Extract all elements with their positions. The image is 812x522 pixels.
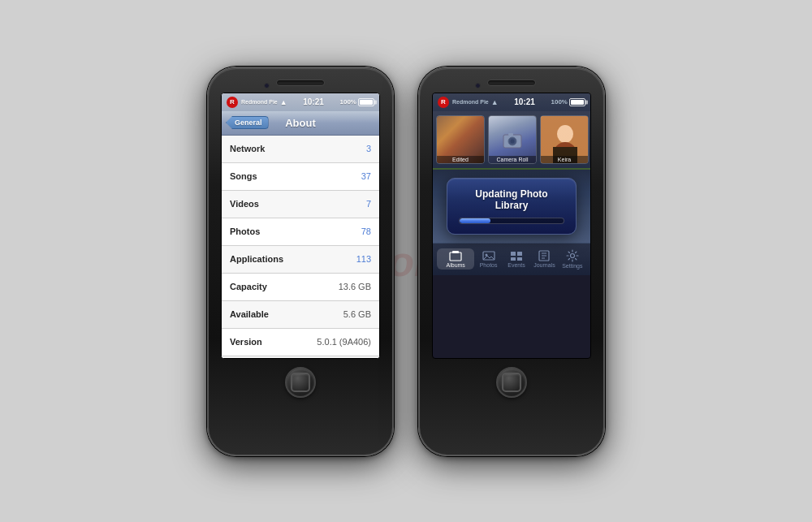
r-logo-right: R	[438, 97, 449, 108]
tab-albums[interactable]: Albums	[437, 248, 474, 270]
table-body-left: Network 3 Songs 37 Videos 7 Photos 78 Ap…	[222, 136, 379, 359]
carrier-label-left: Redmond Pie	[241, 99, 278, 105]
table-row[interactable]: Carrier Three 11.0	[222, 356, 379, 359]
screen-left: R Redmond Pie ▲ 10:21 100% General About…	[221, 93, 380, 359]
tab-label-albums: Albums	[447, 262, 465, 268]
time-right: 10:21	[514, 97, 535, 106]
albums-icon	[449, 250, 462, 261]
home-button-left[interactable]	[285, 367, 316, 398]
table-row[interactable]: Photos 78	[222, 218, 379, 246]
wifi-icon-right: ▲	[491, 98, 499, 106]
battery-left	[358, 98, 374, 106]
battery-right	[569, 98, 585, 106]
nav-bar-left: General About	[222, 111, 379, 136]
tab-label-photos: Photos	[480, 262, 498, 268]
row-value-capacity: 13.6 GB	[339, 282, 371, 291]
table-row[interactable]: Version 5.0.1 (9A406)	[222, 329, 379, 356]
home-button-inner-right	[502, 373, 521, 392]
status-right-right: 100%	[551, 98, 585, 106]
row-label-version: Version	[230, 337, 262, 347]
row-value-available: 5.6 GB	[343, 309, 371, 319]
home-button-right[interactable]	[496, 367, 527, 398]
status-bar-left: R Redmond Pie ▲ 10:21 100%	[222, 93, 379, 111]
iphone-right: R Redmond Pie ▲ 10:21 100% Edited	[418, 67, 605, 456]
album-thumb-camera-roll[interactable]: Camera Roll	[488, 115, 537, 164]
camera-left	[264, 83, 270, 88]
svg-point-5	[557, 125, 573, 143]
update-dialog: Updating Photo Library	[447, 178, 577, 235]
svg-rect-15	[517, 257, 522, 261]
svg-point-2	[511, 139, 515, 143]
camera-right	[475, 83, 481, 88]
table-row[interactable]: Songs 37	[222, 163, 379, 191]
album-label-edited: Edited	[437, 156, 484, 163]
tab-journals[interactable]: Journals	[530, 250, 558, 268]
photo-main-area: Updating Photo Library	[433, 170, 590, 243]
table-row[interactable]: Network 3	[222, 136, 379, 163]
status-left-left: R Redmond Pie ▲	[227, 97, 287, 108]
photos-icon	[482, 250, 495, 261]
album-thumb-edited[interactable]: Edited	[436, 115, 485, 164]
update-dialog-title: Updating Photo Library	[459, 188, 564, 211]
tab-bar-right: Albums Photos	[433, 243, 590, 275]
row-value-apps: 113	[356, 254, 371, 264]
battery-percent-left: 100%	[340, 98, 356, 106]
status-right-left: 100%	[340, 98, 374, 106]
row-value-photos: 78	[361, 226, 371, 236]
album-thumb-keira[interactable]: Keira	[540, 115, 589, 164]
row-label-photos: Photos	[230, 226, 260, 236]
row-label-capacity: Capacity	[230, 282, 267, 291]
tab-label-settings: Settings	[562, 263, 582, 269]
table-row[interactable]: Applications 113	[222, 246, 379, 274]
nav-title-left: About	[285, 117, 316, 129]
earpiece-right	[487, 80, 536, 86]
iphone-left: R Redmond Pie ▲ 10:21 100% General About…	[207, 67, 394, 456]
table-row[interactable]: Available 5.6 GB	[222, 301, 379, 329]
row-value-songs: 37	[361, 171, 371, 181]
row-value-videos: 7	[366, 199, 371, 209]
row-label-videos: Videos	[230, 199, 259, 209]
tab-label-events: Events	[508, 262, 525, 268]
r-logo-left: R	[227, 97, 238, 108]
time-left: 10:21	[303, 97, 324, 106]
back-button-left[interactable]: General	[226, 116, 269, 129]
progress-bar-fill	[460, 218, 490, 223]
camera-roll-icon	[500, 127, 525, 152]
events-icon	[510, 250, 523, 261]
tab-label-journals: Journals	[533, 262, 555, 268]
battery-percent-right: 100%	[551, 98, 568, 106]
screen-right: R Redmond Pie ▲ 10:21 100% Edited	[432, 93, 591, 359]
phones-container: R Redmond Pie ▲ 10:21 100% General About…	[207, 67, 605, 456]
svg-rect-13	[517, 252, 522, 256]
row-label-network: Network	[230, 144, 265, 153]
table-row[interactable]: Videos 7	[222, 191, 379, 218]
tab-events[interactable]: Events	[503, 250, 530, 268]
row-label-available: Available	[230, 309, 269, 319]
album-label-keira: Keira	[541, 156, 588, 163]
status-left-right: R Redmond Pie ▲	[438, 97, 499, 108]
row-label-apps: Applications	[230, 254, 283, 264]
earpiece-left	[276, 80, 325, 86]
row-value-version: 5.0.1 (9A406)	[317, 337, 371, 347]
table-row[interactable]: Capacity 13.6 GB	[222, 274, 379, 301]
tab-photos[interactable]: Photos	[474, 250, 502, 268]
status-bar-right: R Redmond Pie ▲ 10:21 100%	[433, 93, 590, 111]
svg-rect-3	[508, 133, 513, 136]
svg-rect-8	[450, 252, 461, 261]
svg-point-20	[570, 254, 574, 258]
home-button-inner-left	[291, 373, 310, 392]
tab-settings[interactable]: Settings	[559, 249, 586, 269]
carrier-label-right: Redmond Pie	[452, 99, 489, 105]
album-label-camera: Camera Roll	[489, 156, 536, 163]
svg-rect-14	[511, 257, 516, 261]
albums-row: Edited Camera Roll	[433, 111, 590, 170]
settings-icon	[566, 249, 579, 262]
svg-rect-9	[452, 251, 459, 253]
journals-icon	[538, 250, 551, 261]
svg-rect-12	[511, 252, 516, 256]
row-value-network: 3	[366, 144, 371, 153]
progress-bar-background	[459, 218, 564, 224]
wifi-icon-left: ▲	[280, 98, 287, 106]
row-label-songs: Songs	[230, 171, 257, 181]
